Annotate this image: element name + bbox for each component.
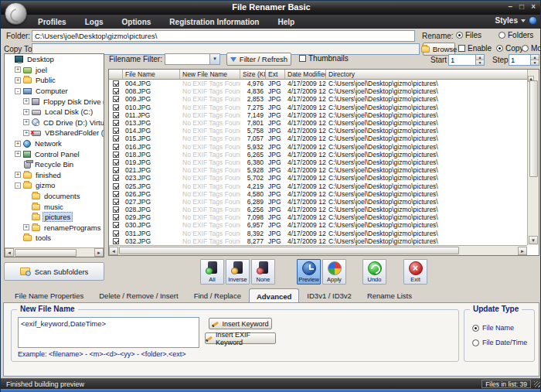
row-checkbox[interactable] [113,175,119,181]
row-checkbox[interactable] [113,199,119,205]
header-directory[interactable]: Directory [326,70,527,80]
row-checkbox[interactable] [113,112,119,118]
row-checkbox[interactable] [113,120,119,126]
scan-subfolders-button[interactable]: Scan Subfolders [4,262,104,281]
table-row[interactable]: 014.JPGNo EXIF Tags Found5,758JPG4/17/20… [109,127,527,135]
tree-item-cd-drive-d-virtualbox-guest[interactable]: +CD Drive (D:) VirtualBox Guest [5,118,104,128]
tree-item-recycle-bin[interactable]: Recycle Bin [5,159,104,170]
tree-item-gizmo[interactable]: -gizmo [5,180,104,191]
menu-item-logs[interactable]: Logs [76,16,113,28]
header-new-file-name[interactable]: New File Name [180,70,240,80]
table-row[interactable]: 027.JPGNo EXIF Tags Found6,289JPG4/17/20… [109,198,527,206]
table-vertical-scrollbar[interactable]: ▲ ▼ [527,70,539,245]
new-file-name-input[interactable]: <exif_keyword,DateTime> [18,317,199,348]
table-row[interactable]: 030.JPGNo EXIF Tags Found6,957JPG4/17/20… [109,221,527,229]
tree-item-joel[interactable]: +joel [5,65,104,76]
move-radio[interactable]: Move [522,44,541,53]
tab-rename-lists[interactable]: Rename Lists [359,288,420,302]
row-checkbox[interactable] [113,152,119,158]
menu-item-options[interactable]: Options [113,16,161,28]
row-checkbox[interactable] [113,222,119,228]
row-checkbox[interactable] [113,191,119,197]
update-type-file-datetime-radio[interactable]: File Date/Time [472,339,527,346]
row-checkbox[interactable] [113,144,119,150]
row-checkbox[interactable] [113,80,119,87]
insert-exif-keyword-button[interactable]: Insert EXIF Keyword [205,332,276,344]
header-file-name[interactable]: File Name [123,70,180,80]
filter-refresh-button[interactable]: Filter / Refresh [226,53,291,66]
row-checkbox[interactable] [113,96,119,102]
tree-expand-toggle[interactable]: + [23,130,29,136]
scroll-left-icon[interactable]: ◄ [109,247,118,255]
header-ext[interactable]: Ext [266,70,285,80]
apply-button[interactable]: Apply [322,259,346,285]
insert-keyword-button[interactable]: Insert Keyword [209,318,272,329]
tree-expand-toggle[interactable]: - [15,182,21,189]
header-size[interactable]: Size (KB) [240,70,266,80]
rename-folders-radio[interactable]: Folders [498,31,533,39]
tree-item-tools[interactable]: tools [5,233,104,244]
table-row[interactable]: 019.JPGNo EXIF Tags Found6,380JPG4/17/20… [109,159,527,166]
scroll-left-icon[interactable]: ◄ [5,248,14,257]
stepper-arrows[interactable]: ▲▼ [530,55,539,65]
tree-expand-toggle[interactable]: + [15,77,21,84]
tree-item-desktop[interactable]: Desktop [5,54,104,65]
row-checkbox[interactable] [113,206,119,213]
tab-advanced[interactable]: Advanced [249,288,299,303]
undo-button[interactable]: Undo [362,259,386,285]
tree-horizontal-scrollbar[interactable]: ◄ ► [5,247,104,257]
tree-item-pictures[interactable]: pictures [5,212,104,223]
row-checkbox[interactable] [113,238,119,244]
tree-item-finished[interactable]: +finished [5,170,104,181]
styles-menu[interactable]: Styles [495,16,537,25]
menu-item-help[interactable]: Help [268,16,304,28]
copy-radio[interactable]: Copy [496,44,523,53]
row-checkbox[interactable] [113,135,119,141]
start-stepper[interactable]: 1 ▲▼ [448,54,485,66]
table-row[interactable]: 025.JPGNo EXIF Tags Found4,219JPG4/17/20… [109,182,527,189]
thumbnails-checkbox[interactable]: Thumbnails [299,54,349,63]
scroll-right-icon[interactable]: ► [518,247,527,255]
select-inverse-button[interactable]: Inverse [226,259,250,285]
row-checkbox[interactable] [113,88,119,94]
table-horizontal-scrollbar[interactable]: ◄ ► [109,245,527,255]
row-checkbox[interactable] [113,183,119,189]
tree-item-network[interactable]: +Network [5,138,104,149]
tree-item-computer[interactable]: -Computer [5,86,104,97]
table-row[interactable]: 018.JPGNo EXIF Tags Found6,265JPG4/17/20… [109,151,527,159]
table-row[interactable]: 031.JPGNo EXIF Tags Found8,392JPG4/17/20… [109,230,527,237]
tree-expand-toggle[interactable]: + [23,98,29,104]
row-checkbox[interactable] [113,167,119,173]
tab-id3v1-id3v2[interactable]: ID3v1 / ID3v2 [299,288,359,302]
scrollbar-thumb[interactable] [529,80,538,177]
table-row[interactable]: 028.JPGNo EXIF Tags Found6,256JPG4/17/20… [109,206,527,213]
tree-expand-toggle[interactable]: + [23,119,29,125]
scrollbar-thumb[interactable] [119,247,459,254]
scrollbar-thumb[interactable] [15,249,77,257]
tree-item-renameprograms[interactable]: +renamePrograms [5,223,104,233]
enable-checkbox[interactable]: Enable [458,44,492,53]
step-stepper[interactable]: 1 ▲▼ [509,54,539,66]
tab-find-replace[interactable]: Find / Replace [186,288,249,302]
maximize-button[interactable]: □ [519,2,524,12]
table-row[interactable]: 015.JPGNo EXIF Tags Found7,057JPG4/17/20… [109,135,527,142]
tab-file-name-properties[interactable]: File Name Properties [7,288,91,302]
table-row[interactable]: 021.JPGNo EXIF Tags Found5,928JPG4/17/20… [109,166,527,174]
table-row[interactable]: 032.JPGNo EXIF Tags Found8,277JPG4/17/20… [109,237,527,245]
tree-item-floppy-disk-drive-a-[interactable]: +Floppy Disk Drive (A:) [5,96,104,107]
tree-item-control-panel[interactable]: +Control Panel [5,148,104,159]
menu-item-registration-information[interactable]: Registration Information [160,16,268,28]
minimize-button[interactable]: – [509,2,513,12]
stepper-arrows[interactable]: ▲▼ [475,55,484,65]
row-checkbox[interactable] [113,214,119,220]
scroll-down-icon[interactable]: ▼ [529,236,538,244]
update-type-file-name-radio[interactable]: File Name [472,324,514,332]
tree-item-music[interactable]: music [5,201,104,212]
tree-item-vbsharedfolder-vboxsvr-z[interactable]: +VBSharedFolder (\\vboxsvr) (Z [5,128,104,138]
tree-expand-toggle[interactable]: - [15,88,21,94]
row-checkbox[interactable] [113,159,119,165]
row-checkbox[interactable] [113,230,119,237]
tree-item-documents[interactable]: documents [5,191,104,202]
table-row[interactable]: 026.JPGNo EXIF Tags Found4,580JPG4/17/20… [109,190,527,198]
select-none-button[interactable]: None [251,259,275,285]
